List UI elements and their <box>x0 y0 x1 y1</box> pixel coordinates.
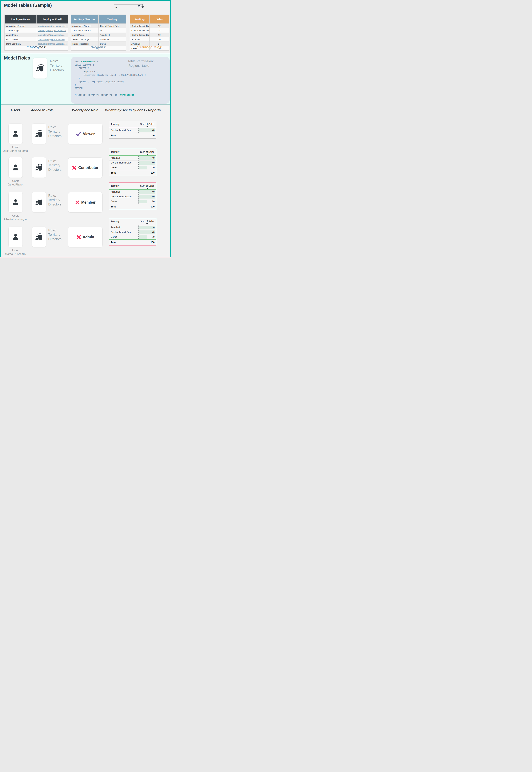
table-cell: 16 <box>150 37 169 42</box>
table-cell: 10 <box>150 33 169 37</box>
workspace-role-label: Contributor <box>78 165 98 170</box>
table-cell: janet.planet@spaceparts.co <box>36 33 68 37</box>
workspace-role-card: Admin <box>68 227 102 247</box>
role-name: Territory Directors <box>48 233 61 241</box>
column-header: Territory Directors <box>71 15 99 24</box>
role-prefix: Role: <box>48 193 66 198</box>
table-cell: Lakonía III <box>99 37 126 42</box>
column-header: Employee Name <box>5 15 36 24</box>
table-permission-title: Table Permission: <box>128 59 166 63</box>
table-row: Central Transit Gate10 <box>130 33 169 37</box>
user-card <box>9 192 22 212</box>
dax-variable: _CurrentUser <box>80 60 95 63</box>
role-card <box>32 227 46 247</box>
user-prefix: User: <box>2 179 29 183</box>
relationship-arrow-icon <box>142 6 144 8</box>
database-role-icon <box>36 64 44 73</box>
user-name: Janet Planet <box>8 183 23 186</box>
report-column-sales: Sum of Sales <box>140 184 154 187</box>
report-value: 20 <box>152 236 155 238</box>
report-body: Central Transit Gate40 <box>109 128 156 133</box>
x-icon <box>75 200 80 205</box>
role-name: Territory Directors <box>48 130 61 138</box>
table-row: Central Transit Gate12 <box>130 24 169 28</box>
data-bar <box>139 235 147 239</box>
workspace-role-label: Admin <box>83 235 94 239</box>
user-card <box>9 227 22 247</box>
report-column-territory: Territory <box>111 220 119 223</box>
database-role-icon <box>35 130 43 138</box>
user-name: Alberto Lambrogini <box>4 218 27 221</box>
dax-code-line <box>75 90 170 93</box>
role-label: Role: Territory Directors <box>50 59 68 72</box>
email-link[interactable]: janet.planet@spaceparts.co <box>38 34 64 36</box>
report-territory: Ceres <box>111 236 117 238</box>
report-column-sales: Sum of Sales <box>140 220 154 223</box>
role-card <box>32 192 46 212</box>
role-label: Role: Territory Directors <box>48 193 66 206</box>
sort-descending-icon <box>146 223 148 224</box>
report-body: Arcadia III40Central Transit Gate40Ceres… <box>109 225 156 239</box>
table-cell: Jaromir Yager <box>5 28 36 33</box>
table-row: Arcadia III16 <box>130 37 169 42</box>
email-link[interactable]: jack.j.abrams@spaceparts.co <box>38 25 66 27</box>
table-row: Central Transit Gate18 <box>130 28 169 33</box>
table-cell: jaromir.yager@spaceparts.co <box>36 28 68 33</box>
report-total-label: Total <box>111 171 116 174</box>
email-link[interactable]: dora.daxplora@spaceparts.co <box>38 43 67 45</box>
dax-code-line: ) <box>75 83 170 87</box>
report-value: 40 <box>152 161 155 164</box>
relationship-many-end <box>143 4 143 7</box>
table-cell: Central Transit Gate <box>130 28 150 33</box>
report-row: Central Transit Gate40 <box>109 161 156 165</box>
workspace-role-label: Viewer <box>83 132 95 136</box>
report-column-sales: Sum of Sales <box>140 123 154 125</box>
data-bar <box>139 166 147 169</box>
user-prefix: User: <box>2 249 29 252</box>
table-cell: Bob Dabilda <box>5 37 36 42</box>
email-link[interactable]: bob.dabilda@spaceparts.co <box>38 38 64 41</box>
user-icon <box>12 233 19 241</box>
table-cell: Arcadia III <box>99 33 126 37</box>
role-prefix: Role: <box>50 59 68 63</box>
access-section: Users Added to Role Workspace Role What … <box>1 104 170 257</box>
dax-code-line: 'Employees', <box>75 70 170 73</box>
regions-caption: ‘Regions’ <box>71 45 126 49</box>
report-value: 40 <box>152 190 155 193</box>
report-territory: Arcadia III <box>111 157 121 159</box>
report-row: Ceres20 <box>109 165 156 170</box>
user-label: User: Marco Russeaux <box>2 249 29 256</box>
table-cell: Janet Planet <box>71 33 99 37</box>
report-card: Territory Sum of Sales Arcadia III40Cent… <box>109 218 156 245</box>
report-column-territory: Territory <box>111 184 119 187</box>
report-territory: Central Transit Gate <box>111 195 131 198</box>
employees-header-row: Employee NameEmployee Email <box>5 15 68 24</box>
table-cell: jack.j.abrams@spaceparts.co <box>36 24 68 28</box>
dax-code-line: 'Employees'[Employee Email] = USERPRINCI… <box>75 73 170 77</box>
relationship-one-end <box>114 4 114 10</box>
report-total-label: Total <box>111 134 116 137</box>
report-territory: Ceres <box>111 200 117 203</box>
report-card: Territory Sum of Sales Central Transit G… <box>109 121 156 139</box>
report-territory: Arcadia III <box>111 226 121 229</box>
report-row: Ceres20 <box>109 199 156 204</box>
report-total-row: Total 40 <box>109 133 156 137</box>
user-card <box>9 124 22 144</box>
territory-sales-header-row: TerritorySales <box>130 15 169 24</box>
report-total-value: 100 <box>151 205 155 208</box>
report-column-sales: Sum of Sales <box>140 151 154 153</box>
email-link[interactable]: jaromir.yager@spaceparts.co <box>38 29 66 32</box>
report-territory: Ceres <box>111 166 117 169</box>
report-row: Arcadia III40 <box>109 225 156 230</box>
table-cell: Alberto Lambrogini <box>71 37 99 42</box>
dax-code-block: Table Permission: ‘Regions’ table VAR _C… <box>71 57 170 104</box>
column-header: Sales <box>150 15 169 24</box>
report-header: Territory Sum of Sales <box>109 150 156 155</box>
role-name: Territory Directors <box>48 163 61 171</box>
report-value: 40 <box>152 226 155 229</box>
table-row: Jack Johns AbramsIo <box>71 28 126 33</box>
report-total-label: Total <box>111 205 116 208</box>
user-icon <box>12 198 19 206</box>
column-header: Territory <box>130 15 150 24</box>
report-row: Arcadia III40 <box>109 156 156 161</box>
